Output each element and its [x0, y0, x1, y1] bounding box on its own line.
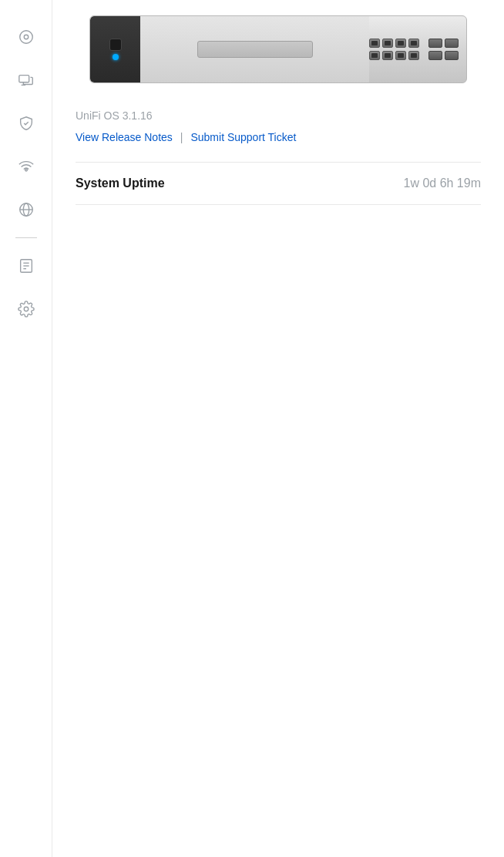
logs-icon [18, 257, 35, 274]
view-release-notes-button[interactable]: View Release Notes [76, 131, 173, 143]
device-body [90, 16, 466, 82]
port-3 [395, 39, 406, 48]
devices-icon [18, 72, 35, 89]
link-separator: | [180, 131, 183, 143]
sidebar-item-dashboard[interactable] [0, 15, 52, 59]
sidebar-item-settings[interactable] [0, 287, 52, 331]
port-8 [408, 51, 419, 60]
port-6 [382, 51, 393, 60]
port-sfp-4 [445, 51, 459, 60]
device-ports-row-top [369, 39, 459, 48]
shield-icon [18, 115, 35, 132]
port-sfp-2 [445, 39, 459, 48]
device-left-panel [90, 16, 140, 82]
teleport-icon [18, 201, 35, 218]
sidebar-divider [15, 237, 37, 238]
port-2 [382, 39, 393, 48]
port-sfp-1 [428, 39, 442, 48]
device-label-bar [197, 41, 313, 58]
device-middle [140, 16, 369, 82]
submit-support-ticket-button[interactable]: Submit Support Ticket [190, 131, 296, 143]
sidebar-item-teleport[interactable] [0, 188, 52, 231]
info-section: UniFi OS 3.1.16 View Release Notes | Sub… [52, 91, 504, 163]
circle-dot-icon [18, 29, 35, 45]
svg-point-10 [24, 307, 29, 311]
sidebar-item-logs[interactable] [0, 244, 52, 287]
port-1 [369, 39, 380, 48]
device-led [113, 54, 119, 60]
sidebar-item-devices[interactable] [0, 59, 52, 102]
wifi-settings-icon [18, 158, 35, 175]
device-image-container [52, 0, 504, 91]
port-sfp-3 [428, 51, 442, 60]
port-5 [369, 51, 380, 60]
settings-icon [18, 301, 35, 318]
device-ports-row-bottom [369, 51, 459, 60]
sidebar-item-network[interactable] [0, 145, 52, 188]
divider-bottom [76, 204, 481, 205]
sidebar [0, 0, 52, 857]
device-image [89, 15, 467, 83]
uptime-row: System Uptime 1w 0d 6h 19m [52, 163, 504, 204]
port-4 [408, 39, 419, 48]
main-content: UniFi OS 3.1.16 View Release Notes | Sub… [52, 0, 504, 857]
svg-point-3 [25, 169, 27, 171]
version-text: UniFi OS 3.1.16 [76, 109, 481, 122]
uptime-label: System Uptime [76, 176, 165, 190]
svg-point-0 [19, 31, 32, 44]
links-row: View Release Notes | Submit Support Tick… [76, 131, 481, 143]
uptime-value: 1w 0d 6h 19m [403, 176, 481, 190]
device-brand-box [109, 39, 122, 51]
sidebar-item-security[interactable] [0, 102, 52, 145]
svg-point-1 [24, 35, 29, 39]
svg-rect-2 [18, 76, 29, 82]
device-ports-section [369, 39, 466, 60]
port-7 [395, 51, 406, 60]
